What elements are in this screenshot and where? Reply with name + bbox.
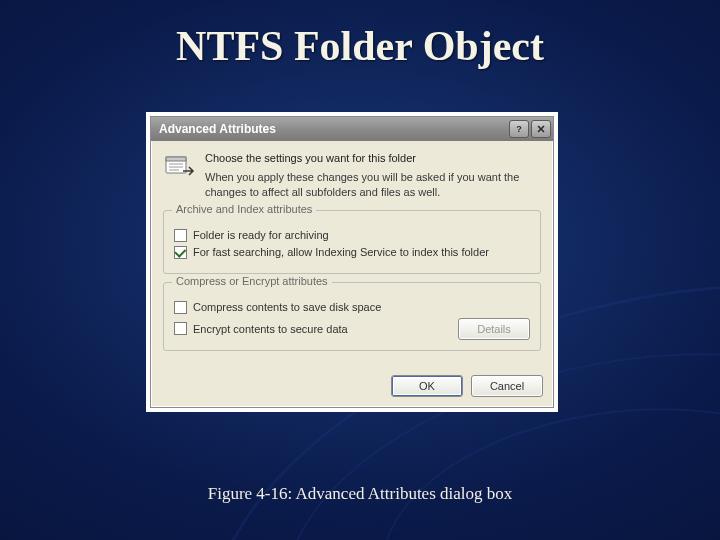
group-title: Compress or Encrypt attributes: [172, 275, 332, 287]
encrypt-label: Encrypt contents to secure data: [193, 323, 348, 335]
dialog-titlebar: Advanced Attributes ?: [151, 117, 553, 141]
help-button[interactable]: ?: [509, 120, 529, 138]
archive-checkbox[interactable]: [174, 229, 187, 242]
archive-label: Folder is ready for archiving: [193, 229, 329, 241]
svg-rect-4: [166, 157, 186, 161]
group-title: Archive and Index attributes: [172, 203, 316, 215]
compress-encrypt-group: Compress or Encrypt attributes Compress …: [163, 282, 541, 351]
folder-settings-icon: [163, 151, 195, 183]
close-button[interactable]: [531, 120, 551, 138]
dialog-screenshot: Advanced Attributes ?: [146, 112, 558, 412]
slide-title: NTFS Folder Object: [0, 22, 720, 70]
close-icon: [536, 124, 546, 134]
compress-checkbox[interactable]: [174, 301, 187, 314]
details-button[interactable]: Details: [458, 318, 530, 340]
cancel-button[interactable]: Cancel: [471, 375, 543, 397]
figure-caption: Figure 4-16: Advanced Attributes dialog …: [0, 484, 720, 504]
dialog-title: Advanced Attributes: [159, 122, 276, 136]
svg-text:?: ?: [516, 124, 522, 134]
archive-index-group: Archive and Index attributes Folder is r…: [163, 210, 541, 274]
index-label: For fast searching, allow Indexing Servi…: [193, 246, 489, 258]
help-icon: ?: [514, 124, 524, 134]
compress-label: Compress contents to save disk space: [193, 301, 381, 313]
ok-button[interactable]: OK: [391, 375, 463, 397]
intro-headline: Choose the settings you want for this fo…: [205, 151, 541, 166]
advanced-attributes-dialog: Advanced Attributes ?: [150, 116, 554, 408]
encrypt-checkbox[interactable]: [174, 322, 187, 335]
index-checkbox[interactable]: [174, 246, 187, 259]
intro-note: When you apply these changes you will be…: [205, 170, 541, 200]
